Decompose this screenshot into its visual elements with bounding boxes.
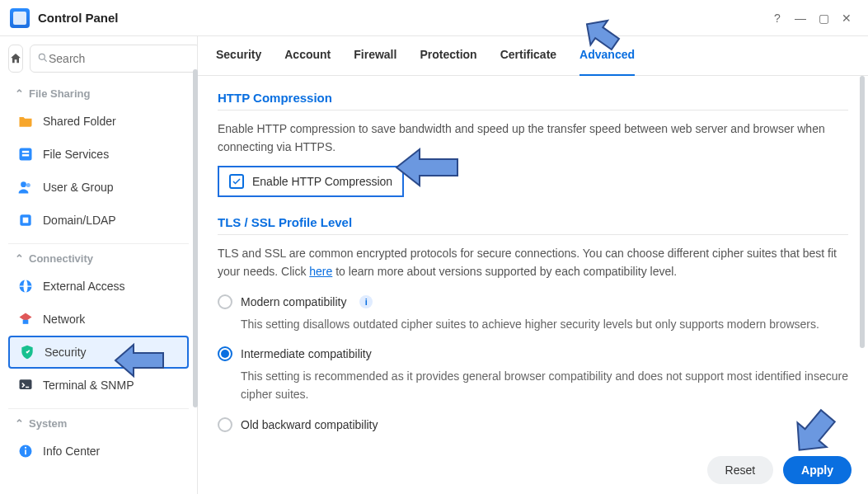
tab-certificate[interactable]: Certificate (500, 48, 556, 75)
svg-point-6 (26, 183, 30, 187)
sidebar-item-label: Terminal & SNMP (43, 379, 134, 392)
radio-description: This setting disallows outdated cipher s… (218, 314, 848, 342)
content-scrollbar[interactable] (860, 76, 865, 348)
sidebar-item-label: User & Group (43, 181, 114, 194)
radio-label: Modern compatibility (241, 295, 346, 308)
radio-old-backward-compatibility[interactable]: Old backward compatibility (218, 412, 848, 437)
sidebar-group-connectivity[interactable]: ⌃ Connectivity (8, 244, 197, 270)
network-icon (16, 310, 35, 328)
content-area: Security Account Firewall Protection Cer… (198, 36, 868, 494)
sidebar-group-label: File Sharing (29, 87, 90, 100)
divider (218, 110, 848, 111)
sidebar-item-shared-folder[interactable]: Shared Folder (8, 105, 189, 138)
sidebar-item-label: Domain/LDAP (43, 214, 116, 227)
folder-icon (16, 112, 35, 130)
globe-icon (16, 277, 35, 295)
apply-button[interactable]: Apply (783, 456, 852, 484)
sidebar: ⌃ File Sharing Shared Folder File Servic… (0, 36, 198, 494)
checkbox-icon (229, 174, 244, 189)
chevron-up-icon: ⌃ (15, 417, 24, 430)
tab-security[interactable]: Security (216, 48, 261, 75)
section-title-tls-profile: TLS / SSL Profile Level (218, 215, 848, 229)
svg-rect-13 (25, 449, 26, 454)
enable-http-compression-checkbox[interactable]: Enable HTTP Compression (218, 166, 404, 197)
radio-description: This setting is recommended as it provid… (218, 366, 848, 412)
app-icon (10, 8, 30, 28)
sidebar-item-file-services[interactable]: File Services (8, 138, 189, 171)
reset-button[interactable]: Reset (707, 456, 774, 484)
tab-account[interactable]: Account (284, 48, 331, 75)
sidebar-item-label: Shared Folder (43, 115, 116, 128)
svg-rect-3 (22, 151, 29, 153)
divider (218, 234, 848, 235)
tab-advanced[interactable]: Advanced (579, 48, 635, 75)
minimize-button[interactable]: — (789, 7, 812, 30)
svg-rect-4 (22, 154, 29, 157)
sidebar-item-label: Info Center (43, 445, 100, 458)
sidebar-item-network[interactable]: Network (8, 303, 189, 336)
users-icon (16, 178, 35, 196)
close-button[interactable]: ✕ (835, 7, 858, 30)
svg-rect-8 (23, 218, 29, 223)
file-services-icon (16, 145, 35, 163)
radio-icon (218, 294, 232, 309)
info-icon (16, 442, 35, 460)
chevron-up-icon: ⌃ (15, 87, 24, 100)
sidebar-item-terminal-snmp[interactable]: Terminal & SNMP (8, 369, 189, 402)
tls-description: TLS and SSL are common encrypted protoco… (218, 245, 848, 280)
sidebar-scrollbar[interactable] (193, 69, 198, 407)
home-icon (9, 52, 22, 65)
radio-icon (218, 346, 232, 361)
svg-point-14 (25, 447, 26, 449)
svg-point-5 (21, 181, 26, 187)
chevron-up-icon: ⌃ (15, 252, 24, 265)
domain-icon (16, 211, 35, 229)
radio-icon (218, 417, 232, 432)
sidebar-group-label: Connectivity (29, 252, 93, 265)
section-title-http-compression: HTTP Compression (218, 91, 848, 105)
sidebar-item-external-access[interactable]: External Access (8, 270, 189, 303)
tabs: Security Account Firewall Protection Cer… (198, 36, 868, 76)
sidebar-item-security[interactable]: Security (8, 336, 189, 369)
sidebar-item-label: External Access (43, 280, 125, 293)
info-tooltip-icon[interactable]: i (359, 295, 373, 308)
sidebar-item-label: Security (45, 346, 87, 359)
radio-modern-compatibility[interactable]: Modern compatibility i (218, 289, 848, 314)
svg-rect-10 (23, 320, 29, 324)
sidebar-item-user-group[interactable]: User & Group (8, 171, 189, 204)
settings-pane: HTTP Compression Enable HTTP compression… (198, 76, 868, 494)
maximize-button[interactable]: ▢ (812, 7, 835, 30)
search-field[interactable] (30, 45, 198, 73)
tab-protection[interactable]: Protection (420, 48, 476, 75)
home-button[interactable] (8, 45, 23, 73)
shield-icon (18, 343, 36, 361)
sidebar-item-label: Network (43, 313, 85, 326)
check-icon (232, 176, 242, 186)
search-icon (37, 52, 49, 66)
sidebar-group-file-sharing[interactable]: ⌃ File Sharing (8, 79, 197, 105)
sidebar-item-label: File Services (43, 148, 109, 161)
help-button[interactable]: ? (766, 7, 789, 30)
sidebar-group-label: System (29, 417, 67, 430)
svg-point-0 (39, 54, 45, 59)
sidebar-item-domain-ldap[interactable]: Domain/LDAP (8, 204, 189, 237)
tls-here-link[interactable]: here (309, 265, 332, 278)
radio-intermediate-compatibility[interactable]: Intermediate compatibility (218, 341, 848, 366)
checkbox-label: Enable HTTP Compression (252, 175, 392, 188)
radio-label: Intermediate compatibility (241, 347, 372, 360)
tab-firewall[interactable]: Firewall (354, 48, 396, 75)
svg-line-1 (45, 59, 47, 61)
http-compression-description: Enable HTTP compression to save bandwidt… (218, 120, 848, 156)
window-title: Control Panel (38, 11, 119, 25)
titlebar: Control Panel ? — ▢ ✕ (0, 0, 868, 36)
search-input[interactable] (49, 52, 193, 65)
terminal-icon (16, 376, 35, 394)
sidebar-item-info-center[interactable]: Info Center (8, 435, 189, 468)
radio-label: Old backward compatibility (241, 418, 378, 431)
sidebar-group-system[interactable]: ⌃ System (8, 409, 197, 435)
footer-buttons: Reset Apply (707, 456, 852, 484)
